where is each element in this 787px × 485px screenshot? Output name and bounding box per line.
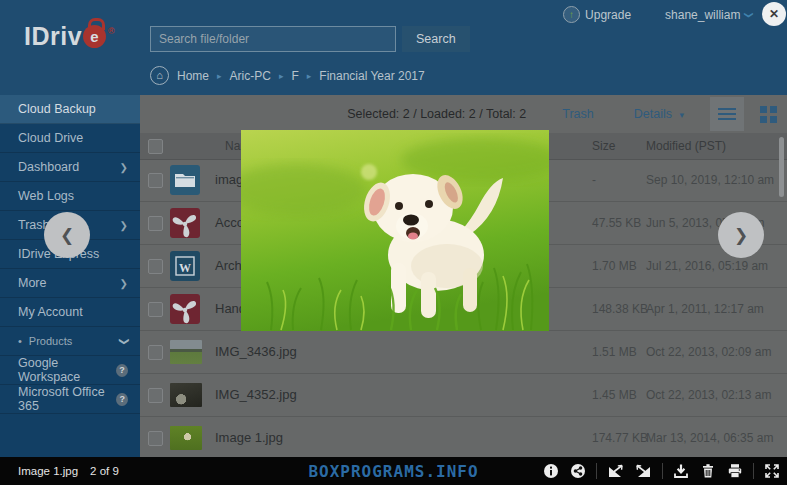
breadcrumb-separator: ▸ [307,71,312,81]
close-viewer-button[interactable]: ✕ [762,2,786,26]
delete-icon [700,463,716,479]
sidebar-item-label: Web Logs [18,189,74,203]
row-checkbox[interactable] [148,216,163,231]
file-modified: Apr 1, 2011, 12:17 am [646,302,764,316]
word-file-icon: W [170,251,200,281]
sidebar-item-label: My Account [18,305,83,319]
pdf-file-icon [170,294,200,324]
info-icon [543,463,559,479]
download-button[interactable] [672,462,690,480]
sidebar-item-label: Cloud Backup [18,102,96,116]
column-header-size: Size [592,139,615,153]
sidebar-item-google-workspace[interactable]: Google Workspace? [0,356,140,385]
sidebar-item-cloud-drive[interactable]: Cloud Drive [0,124,140,153]
file-name: Image 1.jpg [215,430,283,445]
selection-summary: Selected: 2 / Loaded: 2 / Total: 2 [347,107,526,121]
sidebar-item-microsoft-office-365[interactable]: Microsoft Office 365? [0,385,140,414]
details-dropdown[interactable]: Details ▾ [634,107,684,121]
lock-icon: e [83,25,106,48]
sidebar-item-products[interactable]: •Products❯ [0,327,140,356]
rotate-right-icon [635,463,652,479]
row-checkbox[interactable] [148,345,163,360]
chevron-right-icon: ❯ [120,220,128,231]
breadcrumb-item-home[interactable]: Home [177,69,209,83]
search-input[interactable] [150,26,396,52]
rotate-left-button[interactable] [606,462,625,480]
user-menu[interactable]: shane_william ❯ [665,8,753,22]
select-all-checkbox[interactable] [148,139,163,154]
row-checkbox[interactable] [148,259,163,274]
image-thumbnail [170,340,202,364]
breadcrumb-separator: ▸ [217,71,222,81]
image-thumbnail [170,383,202,407]
sidebar-item-my-account[interactable]: My Account [0,298,140,327]
registered-mark: ® [108,26,115,36]
file-size: 174.77 KB [592,431,648,445]
file-modified: Oct 22, 2013, 02:09 am [646,345,771,359]
upgrade-button[interactable]: ↑ Upgrade [563,6,631,23]
rotate-left-icon [607,463,624,479]
share-button[interactable] [569,462,587,480]
svg-text:W: W [179,261,191,275]
logo-area: IDriv e ® [0,0,140,95]
file-name: Arch [215,258,242,273]
grid-view-toggle[interactable] [760,106,777,123]
viewer-filename: Image 1.jpg [18,465,78,477]
file-row-img-3436-jpg[interactable]: IMG_3436.jpg1.51 MBOct 22, 2013, 02:09 a… [140,331,787,374]
breadcrumb-item-f[interactable]: F [291,69,298,83]
row-checkbox[interactable] [148,388,163,403]
fullscreen-icon [764,463,780,479]
print-button[interactable] [726,462,744,480]
bullet-icon: • [18,335,22,347]
file-row-img-4352-jpg[interactable]: IMG_4352.jpg1.45 MBOct 22, 2013, 02:13 a… [140,374,787,417]
upgrade-arrow-icon: ↑ [563,6,580,23]
rotate-right-button[interactable] [634,462,653,480]
upgrade-label: Upgrade [585,8,631,22]
file-size: 1.45 MB [592,388,637,402]
next-image-button[interactable]: ❯ [718,212,764,258]
breadcrumb-item-aric-pc[interactable]: Aric-PC [230,69,271,83]
sidebar-item-label: Cloud Drive [18,131,83,145]
sidebar-item-more[interactable]: More❯ [0,269,140,298]
watermark: BOXPROGRAMS.INFO [308,462,478,481]
preview-image [241,130,549,331]
previous-image-button[interactable]: ❮ [44,212,90,258]
row-checkbox[interactable] [148,173,163,188]
sidebar-item-label: Microsoft Office 365 [18,385,116,413]
top-header: Search ↑ Upgrade shane_william ❯ ⌂ Home▸… [140,0,787,95]
file-modified: Mar 13, 2014, 06:35 am [646,431,773,445]
file-name: IMG_4352.jpg [215,387,297,402]
trash-button[interactable]: Trash [562,107,594,121]
viewer-toolbar: Image 1.jpg 2 of 9 BOXPROGRAMS.INFO [0,457,787,485]
scrollbar-thumb[interactable] [779,137,784,197]
help-icon[interactable]: ? [116,364,128,377]
sidebar-item-web-logs[interactable]: Web Logs [0,182,140,211]
pdf-file-icon [170,208,200,238]
sidebar-item-cloud-backup[interactable]: Cloud Backup [0,95,140,124]
image-thumbnail [170,426,202,450]
info-button[interactable] [542,462,560,480]
folder-icon [170,165,200,195]
delete-button[interactable] [699,462,717,480]
home-icon[interactable]: ⌂ [150,66,169,85]
list-view-toggle[interactable] [710,97,744,131]
row-checkbox[interactable] [148,302,163,317]
details-label: Details [634,107,672,121]
chevron-right-icon: ❯ [120,162,128,173]
file-row-image-1-jpg[interactable]: Image 1.jpg174.77 KBMar 13, 2014, 06:35 … [140,417,787,457]
idrive-app-window: Search ↑ Upgrade shane_william ❯ ⌂ Home▸… [0,0,787,485]
logo-lock-letter: e [90,28,99,45]
sidebar-item-dashboard[interactable]: Dashboard❯ [0,153,140,182]
column-header-modified: Modified (PST) [646,139,726,153]
sidebar-item-label: Dashboard [18,160,79,174]
row-checkbox[interactable] [148,431,163,446]
breadcrumb: ⌂ Home▸Aric-PC▸F▸Financial Year 2017 [150,66,425,85]
fullscreen-button[interactable] [763,462,781,480]
share-icon [570,463,586,479]
toolbar: Selected: 2 / Loaded: 2 / Total: 2 Trash… [140,95,787,133]
chevron-down-icon: ❯ [744,11,754,19]
breadcrumb-item-financial-year-2017: Financial Year 2017 [319,69,424,83]
help-icon[interactable]: ? [116,393,128,406]
search-button[interactable]: Search [402,26,470,52]
download-icon [673,463,689,479]
